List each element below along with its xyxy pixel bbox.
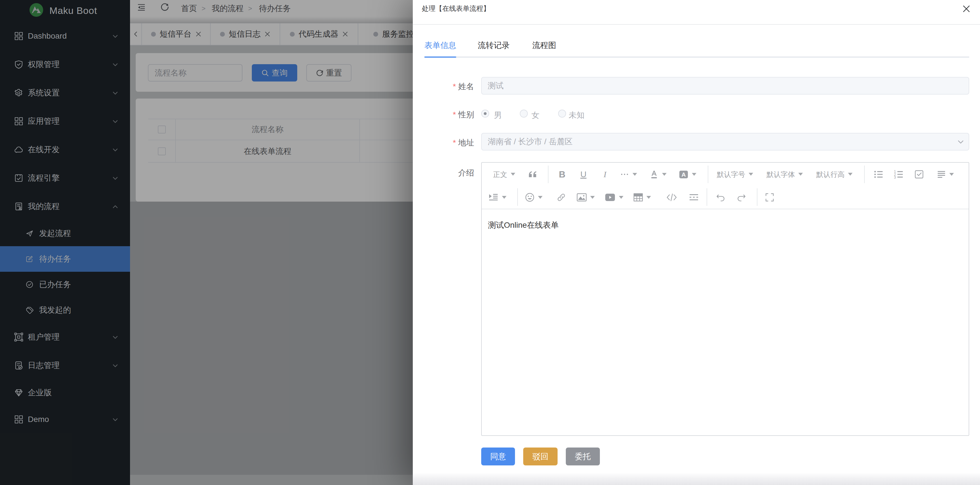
svg-text:A: A: [681, 171, 686, 178]
svg-text:3: 3: [894, 175, 896, 179]
